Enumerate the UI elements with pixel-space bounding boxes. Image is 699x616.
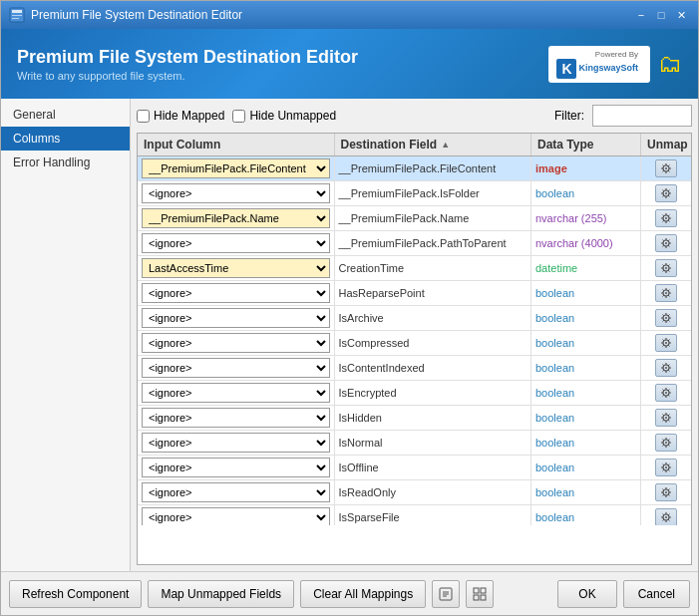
unmap-button[interactable] — [655, 483, 677, 501]
svg-point-35 — [665, 242, 667, 244]
destination-field-cell: __PremiumFilePack.PathToParent — [335, 231, 532, 255]
destination-field-cell: IsReadOnly — [335, 480, 532, 504]
input-column-select[interactable]: <ignore> — [142, 358, 330, 378]
grid-icon-button[interactable] — [466, 580, 494, 608]
ok-button[interactable]: OK — [557, 580, 616, 608]
minimize-button[interactable]: − — [632, 6, 650, 24]
cancel-button[interactable]: Cancel — [623, 580, 690, 608]
data-type-cell: boolean — [531, 281, 641, 305]
svg-line-23 — [663, 195, 665, 197]
refresh-component-button[interactable]: Refresh Component — [9, 580, 142, 608]
svg-line-140 — [663, 489, 665, 491]
data-type-cell: boolean — [531, 381, 641, 405]
input-column-cell: LastAccessTime — [138, 256, 335, 280]
export-icon-button[interactable] — [432, 580, 460, 608]
table-row: <ignore>__PremiumFilePack.IsFolderboolea… — [138, 181, 691, 206]
unmap-button[interactable] — [655, 409, 677, 427]
input-column-select[interactable]: <ignore> — [142, 482, 330, 502]
unmap-button[interactable] — [655, 459, 677, 476]
destination-field-cell: IsContentIndexed — [335, 356, 532, 380]
table-row: <ignore>IsHiddenboolean — [138, 406, 691, 431]
svg-line-102 — [668, 390, 670, 392]
unmap-button[interactable] — [655, 359, 677, 377]
svg-line-52 — [668, 265, 670, 267]
data-type-cell: nvarchar (4000) — [531, 231, 641, 255]
input-column-cell: <ignore> — [138, 505, 335, 525]
filter-input[interactable] — [592, 105, 692, 127]
svg-line-133 — [663, 469, 665, 471]
input-column-select[interactable]: <ignore> — [142, 183, 330, 203]
svg-line-122 — [668, 440, 670, 442]
title-bar-text: Premium File System Destination Editor — [31, 8, 632, 22]
input-column-cell: <ignore> — [138, 281, 335, 305]
input-column-select[interactable]: <ignore> — [142, 233, 330, 253]
svg-rect-188 — [474, 588, 479, 593]
svg-line-62 — [668, 290, 670, 292]
title-bar-buttons: − □ ✕ — [632, 6, 690, 24]
input-column-select[interactable]: LastAccessTime — [142, 258, 330, 278]
input-column-select[interactable]: __PremiumFilePack.Name — [142, 208, 330, 228]
hide-mapped-checkbox[interactable] — [137, 110, 150, 123]
map-unmapped-button[interactable]: Map Unmapped Fields — [148, 580, 294, 608]
unmap-button[interactable] — [655, 159, 677, 177]
hide-unmapped-checkbox-label[interactable]: Hide Unmapped — [232, 109, 336, 123]
input-column-select[interactable]: <ignore> — [142, 458, 330, 477]
input-column-select[interactable]: __PremiumFilePack.FileContent — [142, 158, 330, 178]
data-type-cell: image — [531, 156, 641, 180]
svg-line-111 — [668, 420, 670, 422]
unmap-button[interactable] — [655, 508, 677, 525]
sidebar-item-columns[interactable]: Columns — [1, 127, 130, 151]
input-column-select[interactable]: <ignore> — [142, 433, 330, 453]
table-header: Input Column Destination Field ▲ Data Ty… — [138, 134, 691, 156]
input-column-select[interactable]: <ignore> — [142, 333, 330, 353]
hide-unmapped-checkbox[interactable] — [232, 110, 245, 123]
logo-company: KingswaySoft — [578, 63, 638, 74]
close-button[interactable]: ✕ — [672, 6, 690, 24]
hide-mapped-label: Hide Mapped — [154, 109, 224, 123]
svg-line-131 — [668, 469, 670, 471]
table-row: <ignore>IsContentIndexedboolean — [138, 356, 691, 381]
sidebar: General Columns Error Handling — [1, 99, 131, 571]
svg-line-103 — [663, 395, 665, 397]
svg-line-143 — [663, 494, 665, 496]
unmap-button[interactable] — [655, 384, 677, 402]
table-row: __PremiumFilePack.Name__PremiumFilePack.… — [138, 206, 691, 231]
header-subtitle: Write to any supported file system. — [17, 70, 358, 82]
svg-line-10 — [663, 165, 665, 167]
sidebar-item-general[interactable]: General — [1, 103, 130, 127]
unmap-button[interactable] — [655, 234, 677, 252]
sidebar-item-error-handling[interactable]: Error Handling — [1, 151, 130, 174]
data-type-cell: boolean — [531, 306, 641, 330]
input-column-select[interactable]: <ignore> — [142, 507, 330, 525]
svg-line-113 — [663, 420, 665, 422]
svg-line-72 — [668, 315, 670, 317]
input-column-select[interactable]: <ignore> — [142, 408, 330, 428]
input-column-select[interactable]: <ignore> — [142, 308, 330, 328]
clear-mappings-button[interactable]: Clear All Mappings — [300, 580, 426, 608]
header: Premium File System Destination Editor W… — [1, 29, 698, 99]
unmap-button[interactable] — [655, 184, 677, 202]
unmap-button[interactable] — [655, 209, 677, 227]
input-column-select[interactable]: <ignore> — [142, 383, 330, 403]
maximize-button[interactable]: □ — [652, 6, 670, 24]
header-title: Premium File System Destination Editor — [17, 47, 358, 68]
svg-line-41 — [668, 245, 670, 247]
svg-line-71 — [668, 320, 670, 322]
unmap-button[interactable] — [655, 334, 677, 352]
unmap-cell — [641, 206, 691, 230]
input-column-cell: <ignore> — [138, 480, 335, 504]
hide-unmapped-label: Hide Unmapped — [249, 109, 336, 123]
unmap-button[interactable] — [655, 259, 677, 277]
hide-mapped-checkbox-label[interactable]: Hide Mapped — [137, 109, 224, 123]
unmap-button[interactable] — [655, 284, 677, 302]
unmap-button[interactable] — [655, 434, 677, 452]
unmap-cell — [641, 356, 691, 380]
input-column-select[interactable]: <ignore> — [142, 283, 330, 303]
data-type-cell: boolean — [531, 331, 641, 355]
svg-line-13 — [663, 170, 665, 172]
svg-line-151 — [668, 519, 670, 521]
svg-point-45 — [665, 267, 667, 269]
input-column-cell: <ignore> — [138, 331, 335, 355]
svg-line-43 — [663, 245, 665, 247]
unmap-button[interactable] — [655, 309, 677, 327]
